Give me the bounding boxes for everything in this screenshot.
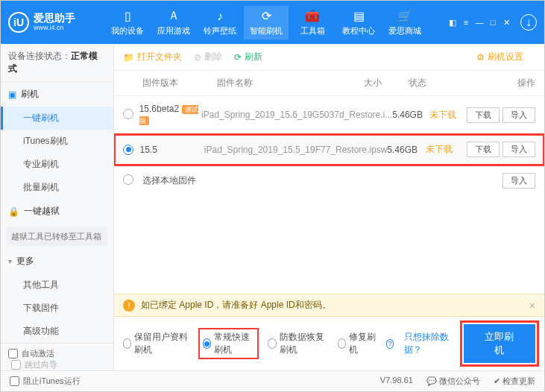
skip-guide-checkbox[interactable]: 跳过向导: [11, 359, 106, 370]
checkbox-input[interactable]: [11, 360, 21, 370]
folder-icon: 📁: [123, 52, 134, 63]
alert-text: 如已绑定 Apple ID，请准备好 Apple ID和密码。: [141, 299, 331, 312]
check-update-link[interactable]: ✔ 检查更新: [494, 376, 535, 387]
tool-label: 刷新: [245, 51, 262, 63]
nav-ringtones[interactable]: ♪铃声壁纸: [198, 6, 242, 39]
cart-icon: 🛒: [397, 9, 412, 24]
chevron-down-icon: ▾: [8, 257, 12, 265]
version-label: V7.98.61: [380, 376, 413, 387]
radio-icon: [123, 338, 131, 349]
group-label: 更多: [16, 255, 34, 268]
alert-close-button[interactable]: ×: [529, 300, 535, 312]
lock-icon: 🔒: [8, 206, 19, 217]
erase-only-link[interactable]: 只想抹除数据？: [404, 331, 453, 356]
fw-size: 5.46GB: [392, 110, 429, 120]
grid-header: 固件版本 固件名称 大小 状态 操作: [114, 71, 544, 96]
download-button[interactable]: 下载: [467, 142, 500, 157]
nav-toolbox[interactable]: 🧰工具箱: [290, 6, 335, 39]
header-name: 固件名称: [217, 77, 364, 89]
sidebar-group-more[interactable]: ▾更多: [1, 249, 113, 274]
sidebar-item-other-tools[interactable]: 其他工具: [1, 274, 113, 297]
nav-flash[interactable]: ⟳智能刷机: [244, 6, 289, 39]
radio-icon: [338, 338, 346, 349]
block-itunes-checkbox[interactable]: 阻止iTunes运行: [10, 376, 81, 387]
sidebar-item-pro-flash[interactable]: 专业刷机: [1, 153, 113, 176]
download-manager-button[interactable]: ↓: [520, 14, 537, 31]
import-button[interactable]: 导入: [503, 107, 535, 123]
opt-anti-recovery[interactable]: 防数据恢复刷机: [268, 331, 327, 356]
conn-label: 设备连接状态：: [8, 51, 71, 61]
connection-status: 设备连接状态：正常模式: [1, 44, 113, 82]
sidebar-item-itunes-flash[interactable]: iTunes刷机: [1, 130, 113, 153]
refresh-icon: ⟳: [234, 52, 242, 63]
window-controls: ◧ ≡ — □ ✕: [447, 17, 511, 28]
nav-my-device[interactable]: ▯我的设备: [105, 6, 150, 39]
trash-icon: ⊘: [194, 52, 201, 63]
info-icon[interactable]: ?: [386, 339, 394, 349]
nav-label: 工具箱: [300, 25, 325, 37]
import-button[interactable]: 导入: [503, 173, 535, 189]
toolbar: 📁打开文件夹 ⊘删除 ⟳刷新 ⚙刷机设置: [114, 44, 544, 71]
import-button[interactable]: 导入: [503, 142, 535, 157]
auto-activate-checkbox[interactable]: 自动激活: [8, 348, 106, 359]
header-version: 固件版本: [142, 77, 217, 89]
row-radio[interactable]: [123, 109, 133, 119]
checkbox-input[interactable]: [10, 376, 19, 386]
close-button[interactable]: ✕: [501, 17, 511, 28]
nav-store[interactable]: 🛒爱思商城: [382, 6, 427, 39]
skin-button[interactable]: ◧: [447, 17, 458, 28]
refresh-icon: ⟳: [259, 9, 274, 24]
flash-now-button[interactable]: 立即刷机: [464, 324, 535, 363]
opt-label: 保留用户资料刷机: [134, 331, 189, 356]
nav-label: 智能刷机: [250, 25, 283, 37]
local-fw-label: 选择本地固件: [142, 174, 446, 187]
group-label: 一键越狱: [24, 205, 60, 218]
sidebar-item-download-fw[interactable]: 下载固件: [1, 297, 113, 320]
tool-label: 刷机设置: [488, 51, 523, 63]
minimize-button[interactable]: —: [474, 17, 485, 28]
download-icon: ↓: [526, 16, 532, 29]
maximize-button[interactable]: □: [488, 17, 498, 28]
fw-status: 未下载: [429, 109, 461, 121]
sidebar-item-batch-flash[interactable]: 批量刷机: [1, 176, 113, 199]
checkbox-input[interactable]: [8, 349, 18, 358]
opt-repair-flash[interactable]: 修复刷机: [338, 331, 376, 356]
opt-keep-data[interactable]: 保留用户资料刷机: [123, 331, 189, 356]
firmware-grid: 15.6beta2测试版 iPad_Spring_2019_15.6_19G50…: [114, 96, 544, 294]
row-radio[interactable]: [123, 145, 133, 155]
header-ops: 操作: [446, 77, 535, 89]
tool-label: 删除: [204, 51, 222, 63]
sidebar-item-advanced[interactable]: 高级功能: [1, 320, 113, 343]
menu-button[interactable]: ≡: [461, 17, 471, 28]
flash-settings-button[interactable]: ⚙刷机设置: [476, 51, 523, 63]
radio-icon: [268, 338, 276, 349]
radio-icon: [203, 338, 211, 349]
opt-normal-flash[interactable]: 常规快速刷机: [200, 329, 258, 358]
apple-id-alert: ! 如已绑定 Apple ID，请准备好 Apple ID和密码。 ×: [114, 294, 544, 317]
sidebar-group-flash[interactable]: ▣刷机: [1, 82, 113, 107]
tool-label: 打开文件夹: [137, 51, 182, 63]
app-title: 爱思助手: [34, 13, 75, 24]
open-folder-button[interactable]: 📁打开文件夹: [123, 51, 182, 63]
nav-label: 爱思商城: [388, 25, 421, 37]
download-button[interactable]: 下载: [467, 107, 500, 123]
nav-apps[interactable]: Ａ应用游戏: [151, 6, 196, 39]
update-text: 检查更新: [503, 376, 535, 385]
wechat-text: 微信公众号: [439, 376, 480, 385]
wechat-link[interactable]: 💬 微信公众号: [426, 376, 480, 387]
row-radio[interactable]: [123, 174, 133, 185]
fw-name: iPad_Spring_2019_15.5_19F77_Restore.ipsw: [204, 145, 388, 155]
nav-label: 铃声壁纸: [204, 25, 236, 37]
sidebar-item-oneclick-flash[interactable]: 一键刷机: [1, 107, 113, 130]
opt-label: 防数据恢复刷机: [280, 331, 327, 356]
sidebar-group-jailbreak[interactable]: 🔒一键越狱: [1, 199, 113, 224]
fw-version: 15.5: [139, 145, 157, 155]
nav-label: 应用游戏: [157, 25, 190, 37]
nav-tutorials[interactable]: ▤教程中心: [336, 6, 381, 39]
delete-button[interactable]: ⊘删除: [194, 51, 222, 63]
refresh-button[interactable]: ⟳刷新: [234, 51, 262, 63]
nav-label: 教程中心: [342, 25, 375, 37]
firmware-row[interactable]: 15.6beta2测试版 iPad_Spring_2019_15.6_19G50…: [114, 96, 544, 134]
firmware-row[interactable]: 15.5 iPad_Spring_2019_15.5_19F77_Restore…: [114, 134, 544, 165]
local-firmware-row[interactable]: 选择本地固件 导入: [114, 165, 544, 196]
